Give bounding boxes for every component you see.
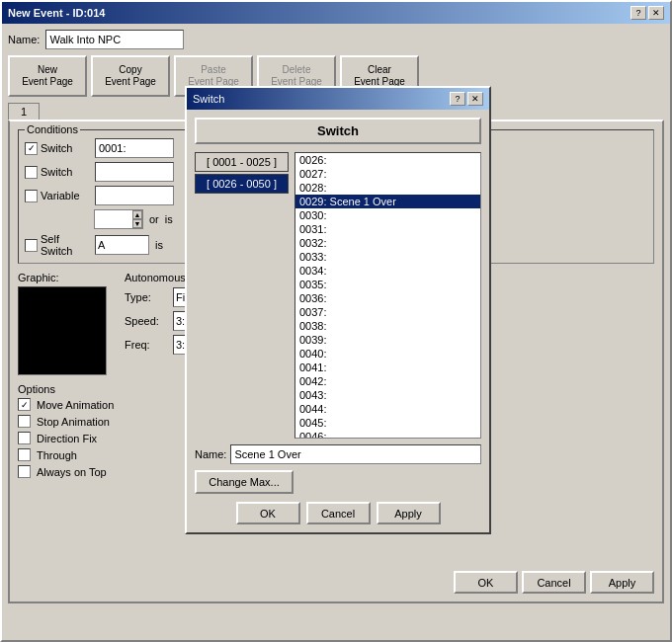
variable-label: Variable bbox=[41, 190, 80, 201]
dialog-title: Switch bbox=[193, 93, 224, 105]
main-ok-button[interactable]: OK bbox=[454, 571, 518, 594]
switch-item-0027[interactable]: 0027: bbox=[295, 167, 480, 181]
switch-item-0026[interactable]: 0026: bbox=[295, 153, 480, 167]
copy-event-page-button[interactable]: CopyEvent Page bbox=[91, 55, 170, 97]
type-label: Type: bbox=[125, 291, 169, 303]
switch-item-0043[interactable]: 0043: bbox=[295, 388, 480, 402]
dialog-buttons: OK Cancel Apply bbox=[195, 502, 481, 524]
graphic-box: Graphic: bbox=[18, 272, 117, 375]
direction-fix-checkbox[interactable] bbox=[18, 432, 31, 444]
close-button[interactable]: ✕ bbox=[648, 6, 664, 20]
switch-item-0045[interactable]: 0045: bbox=[295, 416, 480, 430]
switch-item-0028[interactable]: 0028: bbox=[295, 181, 480, 195]
variable-checkbox-label[interactable]: Variable bbox=[25, 190, 89, 202]
switch-item-0034[interactable]: 0034: bbox=[295, 264, 480, 278]
switch-item-0039[interactable]: 0039: bbox=[295, 333, 480, 347]
dialog-content: Switch [ 0001 - 0025 ] [ 0026 - 0050 ] 0… bbox=[187, 110, 489, 532]
dialog-help-button[interactable]: ? bbox=[450, 92, 465, 106]
main-title-bar: New Event - ID:014 ? ✕ bbox=[2, 2, 670, 24]
speed-label: Speed: bbox=[125, 315, 169, 327]
through-checkbox[interactable] bbox=[18, 448, 31, 461]
switch-item-0046[interactable]: 0046: bbox=[295, 430, 480, 439]
switch-item-0044[interactable]: 0044: bbox=[295, 402, 480, 416]
range-list: [ 0001 - 0025 ] [ 0026 - 0050 ] bbox=[195, 152, 289, 439]
switch1-checkbox-label[interactable]: ✓ Switch bbox=[25, 142, 89, 155]
variable-spin[interactable]: ▲ ▼ bbox=[94, 209, 143, 229]
self-switch-label: SelfSwitch bbox=[41, 233, 72, 257]
switch-item-0038[interactable]: 0038: bbox=[295, 319, 480, 333]
switch2-checkbox[interactable] bbox=[25, 166, 38, 179]
switch2-checkbox-label[interactable]: Switch bbox=[25, 166, 89, 179]
spin-up[interactable]: ▲ bbox=[132, 210, 142, 219]
switch1-label: Switch bbox=[41, 142, 72, 154]
spin-buttons: ▲ ▼ bbox=[132, 210, 142, 228]
move-anim-label: Move Animation bbox=[37, 399, 114, 411]
name-input[interactable] bbox=[45, 30, 184, 49]
name-row: Name: bbox=[8, 30, 664, 49]
switch-name-input[interactable] bbox=[230, 444, 481, 464]
main-cancel-button[interactable]: Cancel bbox=[522, 571, 586, 594]
dialog-cancel-button[interactable]: Cancel bbox=[306, 502, 371, 524]
stop-anim-label: Stop Animation bbox=[37, 416, 110, 428]
switch-item-0042[interactable]: 0042: bbox=[295, 374, 480, 388]
switch2-input[interactable] bbox=[95, 162, 174, 182]
switch2-label: Switch bbox=[41, 166, 72, 178]
switch1-input[interactable] bbox=[95, 138, 174, 158]
switch-item-0029[interactable]: 0029: Scene 1 Over bbox=[295, 195, 480, 208]
range-item-1[interactable]: [ 0001 - 0025 ] bbox=[195, 152, 289, 172]
switch-item-0033[interactable]: 0033: bbox=[295, 250, 480, 264]
main-apply-button[interactable]: Apply bbox=[590, 571, 654, 594]
main-window: New Event - ID:014 ? ✕ Name: NewEvent Pa… bbox=[0, 0, 672, 642]
switch-item-0035[interactable]: 0035: bbox=[295, 278, 480, 291]
or-label: or bbox=[149, 213, 159, 225]
switch-item-0036[interactable]: 0036: bbox=[295, 291, 480, 305]
dialog-body: [ 0001 - 0025 ] [ 0026 - 0050 ] 0026: 00… bbox=[195, 152, 481, 439]
is-label2: is bbox=[155, 239, 163, 251]
switch-dialog: Switch ? ✕ Switch [ 0001 - 0025 ] [ 0026… bbox=[185, 86, 491, 534]
range-item-2[interactable]: [ 0026 - 0050 ] bbox=[195, 174, 289, 194]
name-label: Name: bbox=[8, 34, 40, 45]
spin-down[interactable]: ▼ bbox=[132, 219, 142, 228]
graphic-preview bbox=[18, 286, 107, 375]
name-row-dialog: Name: bbox=[195, 444, 481, 464]
switch-item-0030[interactable]: 0030: bbox=[295, 208, 480, 222]
switch-item-0040[interactable]: 0040: bbox=[295, 347, 480, 361]
dialog-close-button[interactable]: ✕ bbox=[467, 92, 483, 106]
spin-input[interactable] bbox=[95, 210, 132, 228]
dialog-ok-button[interactable]: OK bbox=[236, 502, 300, 524]
switch-list[interactable]: 0026: 0027: 0028: 0029: Scene 1 Over 003… bbox=[294, 152, 481, 439]
dialog-header: Switch bbox=[195, 118, 481, 144]
switch-item-0031[interactable]: 0031: bbox=[295, 222, 480, 236]
self-switch-dropdown[interactable]: A B C D bbox=[95, 235, 149, 255]
new-event-page-button[interactable]: NewEvent Page bbox=[8, 55, 87, 97]
stop-anim-checkbox[interactable] bbox=[18, 415, 31, 428]
freq-label: Freq: bbox=[125, 339, 169, 351]
title-bar-buttons: ? ✕ bbox=[630, 6, 664, 20]
self-switch-checkbox-label[interactable]: SelfSwitch bbox=[25, 233, 89, 257]
switch1-checkbox[interactable]: ✓ bbox=[25, 142, 38, 155]
switch-item-0041[interactable]: 0041: bbox=[295, 361, 480, 374]
tab-1[interactable]: 1 bbox=[8, 103, 40, 120]
dialog-apply-button[interactable]: Apply bbox=[377, 502, 441, 524]
switch-item-0037[interactable]: 0037: bbox=[295, 305, 480, 319]
variable-checkbox[interactable] bbox=[25, 190, 38, 202]
self-switch-checkbox[interactable] bbox=[25, 239, 38, 252]
main-bottom-bar: OK Cancel Apply bbox=[454, 571, 654, 594]
change-max-button[interactable]: Change Max... bbox=[195, 470, 294, 494]
conditions-label: Conditions bbox=[25, 123, 80, 135]
is-label: is bbox=[165, 213, 173, 225]
switch-item-0032[interactable]: 0032: bbox=[295, 236, 480, 250]
variable-input[interactable] bbox=[95, 186, 174, 205]
always-on-top-label: Always on Top bbox=[37, 466, 107, 478]
dialog-title-bar: Switch ? ✕ bbox=[187, 88, 489, 110]
always-on-top-checkbox[interactable] bbox=[18, 465, 31, 478]
direction-fix-label: Direction Fix bbox=[37, 433, 97, 444]
dialog-name-label: Name: bbox=[195, 448, 226, 460]
main-title: New Event - ID:014 bbox=[8, 7, 105, 19]
move-anim-checkbox[interactable]: ✓ bbox=[18, 398, 31, 411]
help-button[interactable]: ? bbox=[630, 6, 646, 20]
graphic-label: Graphic: bbox=[18, 272, 117, 283]
through-label: Through bbox=[37, 449, 77, 461]
